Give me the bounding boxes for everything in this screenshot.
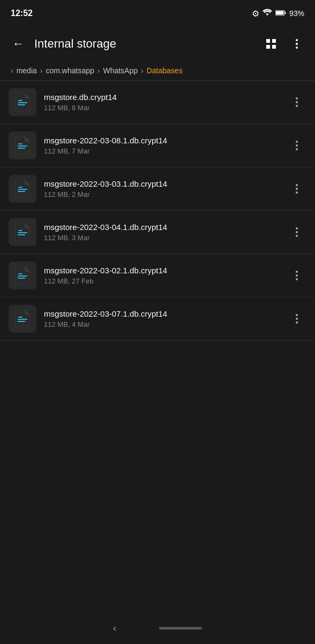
file-name: msgstore-2022-03-07.1.db.crypt14 (44, 309, 287, 318)
overflow-menu-button[interactable] (285, 32, 309, 56)
file-name: msgstore-2022-03-02.1.db.crypt14 (44, 266, 287, 275)
file-info: msgstore-2022-03-03.1.db.crypt14 112 MB,… (44, 179, 287, 198)
wifi-icon (262, 9, 272, 18)
svg-rect-2 (276, 11, 283, 14)
document-icon (15, 310, 30, 328)
svg-point-3 (296, 39, 298, 41)
file-item[interactable]: msgstore-2022-03-04.1.db.crypt14 112 MB,… (0, 211, 315, 254)
file-item[interactable]: msgstore-2022-03-03.1.db.crypt14 112 MB,… (0, 167, 315, 211)
file-more-button[interactable] (287, 93, 306, 112)
back-button[interactable]: ← (6, 32, 30, 56)
app-bar-actions (259, 32, 309, 56)
back-arrow-icon: ← (12, 37, 24, 51)
svg-rect-8 (18, 187, 22, 188)
file-item[interactable]: msgstore-2022-03-02.1.db.crypt14 112 MB,… (0, 254, 315, 297)
battery-percent: 93% (289, 9, 304, 18)
file-meta: 112 MB, 2 Mar (44, 190, 287, 198)
bottom-nav: ‹ (0, 612, 315, 644)
more-dots-icon (296, 271, 298, 280)
svg-rect-1 (284, 12, 286, 14)
app-bar: ← Internal storage (0, 27, 315, 61)
document-icon (15, 223, 30, 241)
file-name: msgstore.db.crypt14 (44, 93, 287, 102)
settings-icon: ⚙ (252, 9, 259, 19)
file-icon-wrap (9, 88, 36, 116)
app-bar-title: Internal storage (34, 37, 259, 51)
svg-rect-7 (18, 143, 22, 144)
grid-view-button[interactable] (259, 32, 283, 56)
file-name: msgstore-2022-03-03.1.db.crypt14 (44, 179, 287, 188)
more-dots-icon (296, 314, 298, 324)
status-bar: 12:52 ⚙ 93% (0, 0, 315, 27)
file-more-button[interactable] (287, 309, 306, 328)
file-more-button[interactable] (287, 266, 306, 285)
nav-home-pill[interactable] (159, 627, 202, 630)
svg-rect-10 (18, 273, 22, 274)
file-more-button[interactable] (287, 179, 306, 198)
file-meta: 112 MB, 7 Mar (44, 147, 287, 155)
file-meta: 112 MB, 8 Mar (44, 104, 287, 112)
file-name: msgstore-2022-03-04.1.db.crypt14 (44, 223, 287, 232)
status-time: 12:52 (11, 9, 33, 18)
breadcrumb-databases[interactable]: Databases (147, 66, 183, 75)
breadcrumb-chevron-1: › (40, 66, 43, 75)
more-dots-icon (296, 141, 298, 150)
status-icons: ⚙ 93% (252, 9, 304, 19)
svg-rect-11 (18, 317, 22, 318)
file-info: msgstore.db.crypt14 112 MB, 8 Mar (44, 93, 287, 112)
file-icon-wrap (9, 305, 36, 333)
file-icon-wrap (9, 132, 36, 159)
file-name: msgstore-2022-03-08.1.db.crypt14 (44, 136, 287, 145)
file-info: msgstore-2022-03-08.1.db.crypt14 112 MB,… (44, 136, 287, 155)
more-dots-icon (296, 184, 298, 194)
breadcrumb-media[interactable]: media (17, 66, 37, 75)
breadcrumb-whatsapp[interactable]: WhatsApp (103, 66, 138, 75)
file-icon-wrap (9, 218, 36, 246)
more-dots-icon (296, 97, 298, 107)
document-icon (15, 266, 30, 285)
breadcrumb-chevron-root: › (11, 66, 13, 75)
breadcrumb: › media › com.whatsapp › WhatsApp › Data… (0, 61, 315, 81)
breadcrumb-chevron-3: › (141, 66, 144, 75)
file-icon-wrap (9, 262, 36, 289)
document-icon (15, 180, 30, 198)
svg-point-4 (296, 43, 298, 45)
svg-point-5 (296, 47, 298, 49)
file-item[interactable]: msgstore-2022-03-08.1.db.crypt14 112 MB,… (0, 124, 315, 167)
file-info: msgstore-2022-03-07.1.db.crypt14 112 MB,… (44, 309, 287, 328)
file-item[interactable]: msgstore-2022-03-07.1.db.crypt14 112 MB,… (0, 297, 315, 341)
file-list: msgstore.db.crypt14 112 MB, 8 Mar (0, 81, 315, 341)
file-item[interactable]: msgstore.db.crypt14 112 MB, 8 Mar (0, 81, 315, 124)
svg-rect-9 (18, 230, 22, 231)
nav-back-button[interactable]: ‹ (113, 623, 116, 634)
file-info: msgstore-2022-03-02.1.db.crypt14 112 MB,… (44, 266, 287, 285)
file-icon-wrap (9, 175, 36, 203)
breadcrumb-chevron-2: › (98, 66, 100, 75)
file-info: msgstore-2022-03-04.1.db.crypt14 112 MB,… (44, 223, 287, 242)
file-more-button[interactable] (287, 223, 306, 242)
file-meta: 112 MB, 3 Mar (44, 234, 287, 242)
file-more-button[interactable] (287, 136, 306, 155)
battery-icon (275, 9, 286, 18)
file-meta: 112 MB, 4 Mar (44, 320, 287, 328)
file-meta: 112 MB, 27 Feb (44, 277, 287, 285)
svg-rect-6 (18, 100, 22, 101)
breadcrumb-comwhatsapp[interactable]: com.whatsapp (46, 66, 94, 75)
document-icon (15, 136, 30, 155)
document-icon (15, 93, 30, 111)
more-dots-icon (296, 227, 298, 237)
